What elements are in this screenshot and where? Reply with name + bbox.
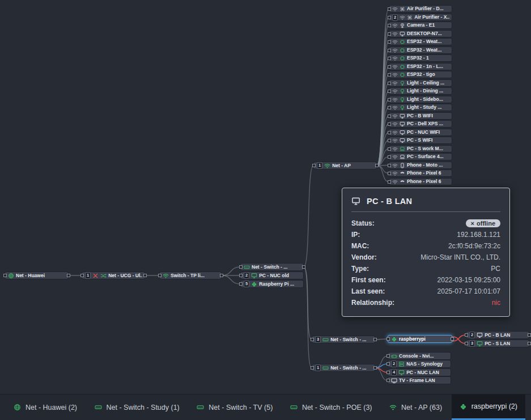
connector-port-left[interactable] — [388, 172, 391, 175]
connector-port-left[interactable] — [388, 114, 391, 118]
connector-port-left[interactable] — [388, 106, 391, 109]
connector-port-left[interactable] — [386, 362, 390, 366]
connector-port-left[interactable] — [3, 274, 7, 277]
node-esp32-1[interactable]: ESP32 - 1 — [389, 54, 452, 62]
field-value: 2025-07-17 10:01:07 — [437, 287, 500, 295]
node-air-purifier-x[interactable]: 2Air Purifier - X... — [389, 14, 452, 21]
node-console-nvi[interactable]: Console - Nvi... — [388, 352, 451, 360]
tab-net-huawei[interactable]: Net - Huawei (2) — [6, 394, 85, 420]
node-switch-tp[interactable]: Switch - TP li... — [159, 271, 222, 279]
connector-port-left[interactable] — [386, 354, 390, 358]
connector-port-left[interactable] — [388, 147, 391, 151]
connector-port-left[interactable] — [388, 16, 391, 19]
connector-port-left[interactable] — [388, 57, 391, 60]
connector-port-right[interactable] — [220, 274, 223, 277]
connector-port-left[interactable] — [388, 139, 391, 142]
node-light-study[interactable]: Light - Study ... — [389, 104, 452, 111]
connector-port-left[interactable] — [388, 49, 391, 52]
tab-net-switch-tv[interactable]: Net - Switch - TV (5) — [189, 394, 281, 420]
node-net-switch-low[interactable]: 1Net - Switch - ... — [312, 364, 375, 372]
tab-net-switch-poe[interactable]: Net - Switch - POE (3) — [282, 394, 380, 420]
node-esp32-tigo[interactable]: ESP32 - tigo — [389, 71, 452, 78]
connector-port-left[interactable] — [239, 282, 243, 286]
connector-port-left[interactable] — [80, 274, 84, 277]
connector-port-left[interactable] — [239, 265, 243, 269]
tab-raspberrypi[interactable]: raspberrypi (2) — [452, 394, 525, 420]
connector-port-left[interactable] — [239, 274, 243, 277]
node-pc-s-work[interactable]: PC - S work M... — [389, 145, 452, 152]
connector-port-right[interactable] — [528, 333, 531, 337]
node-pc-s-lan[interactable]: 3PC - S LAN — [466, 340, 529, 347]
node-light-ceiling[interactable]: Light - Ceiling ... — [389, 79, 452, 87]
connector-port-right[interactable] — [528, 342, 531, 345]
node-phone-pixel-2[interactable]: Phone - Pixel 6 — [389, 178, 452, 185]
connector-port-right[interactable] — [373, 338, 377, 341]
connector-port-left[interactable] — [311, 338, 314, 341]
node-air-purifier-d[interactable]: Air Purifier - D... — [389, 5, 452, 12]
connector-port-left[interactable] — [386, 371, 390, 374]
node-esp32-weat-1[interactable]: ESP32 - Weat... — [389, 38, 452, 45]
connector-port-left[interactable] — [386, 379, 390, 382]
switch-icon — [244, 264, 250, 270]
node-pc-nuc-lan[interactable]: 4PC - NUC LAN — [388, 368, 451, 376]
monitor-icon — [400, 121, 405, 127]
node-tv-frame-lan[interactable]: TV - Frame LAN — [388, 376, 451, 384]
connector-port-left[interactable] — [158, 274, 162, 277]
connector-port-left[interactable] — [388, 180, 391, 184]
node-net-switch-mid[interactable]: 3Net - Switch - ... — [312, 336, 375, 343]
connector-port-left[interactable] — [388, 32, 391, 36]
node-desktop-n7[interactable]: DESKTOP-N7... — [389, 30, 452, 37]
connector-port-left[interactable] — [311, 366, 314, 370]
node-pc-b-lan[interactable]: 2PC - B LAN — [466, 331, 529, 339]
wifi-icon — [392, 23, 398, 28]
connector-port-left[interactable] — [388, 7, 391, 11]
connector-port-left[interactable] — [388, 82, 391, 85]
node-raspberrypi[interactable]: raspberrypi — [388, 335, 452, 343]
wifi-icon — [392, 105, 398, 111]
node-pc-dell-xps[interactable]: PC - Dell XPS ... — [389, 120, 452, 128]
node-esp32-weat-2[interactable]: ESP32 - Weat... — [389, 46, 452, 54]
node-pc-nuc-old[interactable]: 2PC - NUC old — [240, 271, 304, 279]
connector-port-left[interactable] — [388, 122, 391, 126]
connector-port-left[interactable] — [388, 90, 391, 93]
connector-port-left[interactable] — [388, 24, 391, 27]
connector-port-left[interactable] — [465, 333, 468, 337]
node-pc-surface[interactable]: PC - Surface 4... — [389, 153, 452, 160]
node-camera-e1[interactable]: Camera - E1 — [389, 22, 452, 29]
node-net-ucg[interactable]: 1Net - UCG - Ul... — [82, 271, 145, 279]
connector-port-right[interactable] — [302, 265, 305, 269]
node-esp32-1n[interactable]: ESP32 - 1n - L... — [389, 63, 452, 70]
connector-port-left[interactable] — [388, 98, 391, 101]
connector-port-right[interactable] — [451, 337, 454, 341]
connector-port-right[interactable] — [373, 366, 377, 370]
node-net-switch-top[interactable]: Net - Switch - ... — [240, 263, 304, 271]
tab-net-switch-study[interactable]: Net - Switch - Study (1) — [87, 394, 188, 420]
connector-port-left[interactable] — [312, 164, 316, 167]
node-net-ap[interactable]: 1Net - AP — [313, 162, 377, 169]
wifi-icon — [392, 64, 398, 70]
node-nas-synology[interactable]: 2NAS - Synology — [388, 360, 451, 368]
node-phone-pixel-1[interactable]: Phone - Pixel 6 — [389, 169, 452, 177]
connector-port-right[interactable] — [375, 164, 379, 167]
connector-port-right[interactable] — [143, 274, 147, 277]
connector-port-left[interactable] — [388, 65, 391, 69]
node-raspberry-pi-5[interactable]: 5Raspberry Pi ... — [240, 280, 304, 288]
field-label: Status: — [351, 219, 375, 227]
node-light-dining[interactable]: Light - Dining ... — [389, 87, 452, 95]
node-phone-moto[interactable]: Phone - Moto ... — [389, 162, 452, 169]
connector-port-left[interactable] — [388, 155, 391, 159]
connector-port-left[interactable] — [388, 40, 391, 44]
connector-port-left[interactable] — [388, 164, 391, 167]
tab-net-ap[interactable]: Net - AP (63) — [381, 394, 450, 420]
node-pc-nuc-wifi[interactable]: PC - NUC WIFI — [389, 129, 452, 136]
node-pc-s-wifi[interactable]: PC - S WIFI — [389, 137, 452, 144]
connector-port-left[interactable] — [388, 73, 391, 77]
node-pc-b-wifi[interactable]: PC - B WIFI — [389, 112, 452, 120]
connector-port-right[interactable] — [67, 274, 70, 277]
connector-port-left[interactable] — [465, 342, 468, 345]
node-light-sidebo[interactable]: Light - Sidebo... — [389, 96, 452, 103]
connector-port-left[interactable] — [388, 131, 391, 134]
node-net-huawei[interactable]: Net - Huawei — [5, 271, 69, 279]
connector-port-left[interactable] — [386, 337, 390, 341]
tab-label: Net - Huawei (2) — [26, 404, 77, 411]
